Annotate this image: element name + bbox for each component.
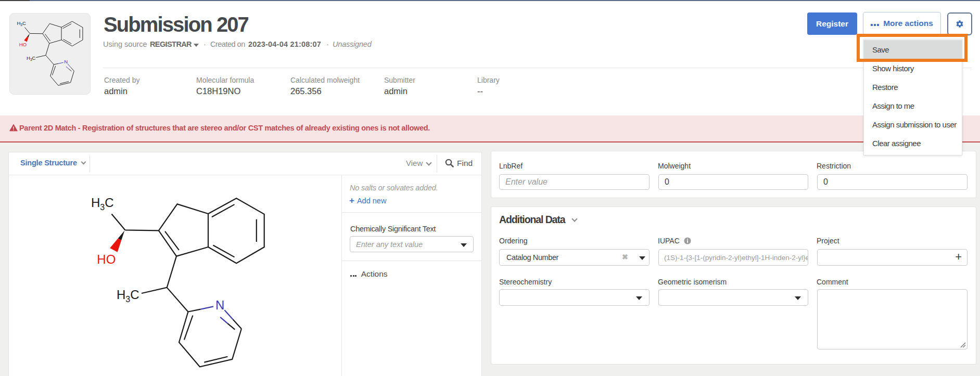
svg-text:N: N (215, 298, 224, 312)
svg-text:HO: HO (19, 42, 27, 47)
svg-text:H3C: H3C (91, 196, 114, 212)
svg-text:H3C: H3C (27, 55, 35, 61)
svg-text:N: N (64, 59, 68, 64)
svg-text:H3C: H3C (17, 20, 26, 27)
svg-text:HO: HO (97, 252, 116, 266)
svg-text:H3C: H3C (117, 288, 139, 304)
